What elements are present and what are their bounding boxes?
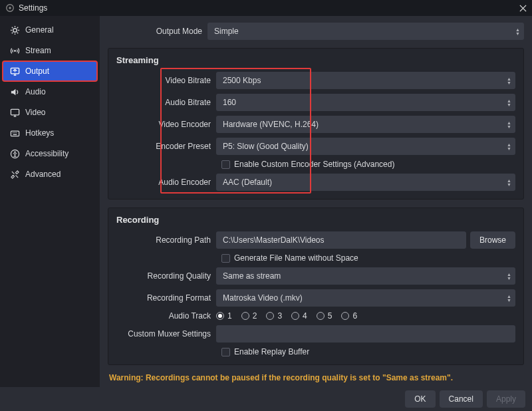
- svg-point-3: [14, 50, 16, 52]
- radio-icon: [291, 312, 299, 320]
- recording-section: Recording Recording Path C:\Users\Master…: [108, 207, 524, 365]
- audio-track-6[interactable]: 6: [341, 311, 357, 321]
- recording-title: Recording: [116, 215, 515, 225]
- radio-icon: [216, 312, 224, 320]
- track-label: 1: [227, 311, 232, 321]
- sidebar-item-output[interactable]: Output: [3, 61, 97, 81]
- video-encoder-value: Hardware (NVENC, H.264): [223, 120, 319, 129]
- track-label: 2: [253, 311, 257, 321]
- radio-icon: [317, 312, 325, 320]
- tools-icon: [9, 169, 20, 180]
- recording-format-value: Matroska Video (.mkv): [223, 293, 303, 303]
- sidebar-item-audio[interactable]: Audio: [3, 82, 97, 102]
- replay-buffer-checkbox[interactable]: [221, 348, 230, 356]
- recording-format-dropdown[interactable]: Matroska Video (.mkv) ▲▼: [216, 289, 515, 307]
- recording-quality-label: Recording Quality: [116, 271, 216, 281]
- audio-track-group: 123456: [216, 311, 357, 321]
- recording-path-input[interactable]: C:\Users\MasterDalK\Videos: [216, 231, 466, 249]
- chevron-updown-icon: ▲▼: [507, 99, 511, 106]
- custom-encoder-checkbox[interactable]: [221, 160, 230, 169]
- muxer-input[interactable]: [216, 325, 515, 342]
- audio-bitrate-dropdown[interactable]: 160 ▲▼: [216, 94, 515, 111]
- sidebar-item-label: Hotkeys: [25, 128, 54, 138]
- sidebar-item-stream[interactable]: Stream: [3, 41, 97, 61]
- no-space-checkbox[interactable]: [221, 254, 230, 263]
- track-label: 4: [303, 311, 307, 321]
- chevron-updown-icon: ▲▼: [507, 121, 511, 128]
- radio-icon: [341, 312, 349, 320]
- warning-text: Warning: Recordings cannot be paused if …: [109, 373, 524, 382]
- chevron-updown-icon: ▲▼: [507, 273, 511, 280]
- accessibility-icon: [9, 148, 20, 159]
- video-encoder-label: Video Encoder: [116, 120, 216, 129]
- audio-track-label: Audio Track: [116, 311, 216, 321]
- radio-icon: [266, 312, 274, 320]
- chevron-updown-icon: ▲▼: [507, 179, 511, 186]
- sidebar-item-general[interactable]: General: [3, 20, 97, 40]
- track-label: 3: [277, 311, 282, 321]
- sidebar-item-label: Output: [25, 67, 49, 76]
- audio-encoder-value: AAC (Default): [223, 178, 272, 187]
- output-mode-dropdown[interactable]: Simple ▲▼: [207, 23, 524, 40]
- audio-track-5[interactable]: 5: [317, 311, 332, 321]
- svg-rect-6: [11, 131, 19, 136]
- custom-encoder-label: Enable Custom Encoder Settings (Advanced…: [234, 160, 394, 169]
- sidebar-item-label: Video: [25, 108, 45, 117]
- video-bitrate-input[interactable]: 2500 Kbps ▲▼: [216, 72, 515, 89]
- apply-button[interactable]: Apply: [487, 390, 525, 408]
- spin-icon: ▲▼: [507, 77, 511, 84]
- audio-encoder-label: Audio Encoder: [116, 178, 216, 187]
- close-icon[interactable]: [517, 3, 528, 13]
- chevron-updown-icon: ▲▼: [515, 28, 520, 35]
- svg-rect-5: [11, 109, 19, 114]
- content-area: Output Mode Simple ▲▼ Streaming Video Bi…: [100, 16, 532, 387]
- streaming-section: Streaming Video Bitrate 2500 Kbps ▲▼ Aud…: [108, 48, 524, 200]
- sidebar-item-advanced[interactable]: Advanced: [3, 164, 97, 184]
- gear-icon: [9, 25, 20, 35]
- chevron-updown-icon: ▲▼: [507, 295, 511, 302]
- ok-button[interactable]: OK: [405, 390, 435, 408]
- audio-bitrate-value: 160: [223, 98, 236, 107]
- sidebar-item-accessibility[interactable]: Accessibility: [3, 144, 97, 164]
- svg-point-2: [13, 28, 17, 32]
- sidebar-item-label: Stream: [25, 46, 51, 55]
- track-label: 6: [352, 311, 357, 321]
- encoder-preset-dropdown[interactable]: P5: Slow (Good Quality) ▲▼: [216, 138, 515, 155]
- window-title: Settings: [19, 3, 47, 13]
- muxer-label: Custom Muxer Settings: [116, 329, 216, 339]
- audio-track-1[interactable]: 1: [216, 311, 232, 321]
- audio-track-4[interactable]: 4: [291, 311, 307, 321]
- output-mode-value: Simple: [214, 27, 239, 36]
- monitor-icon: [9, 107, 20, 118]
- recording-format-label: Recording Format: [116, 293, 216, 303]
- recording-quality-value: Same as stream: [223, 271, 281, 281]
- output-mode-label: Output Mode: [108, 27, 207, 36]
- sidebar-item-video[interactable]: Video: [3, 102, 97, 122]
- footer: OK Cancel Apply: [0, 387, 532, 411]
- monitor-out-icon: [9, 66, 20, 76]
- streaming-title: Streaming: [116, 55, 515, 65]
- recording-path-value: C:\Users\MasterDalK\Videos: [223, 235, 325, 245]
- video-encoder-dropdown[interactable]: Hardware (NVENC, H.264) ▲▼: [216, 116, 515, 133]
- chevron-updown-icon: ▲▼: [507, 143, 511, 150]
- recording-quality-dropdown[interactable]: Same as stream ▲▼: [216, 267, 515, 285]
- audio-encoder-dropdown[interactable]: AAC (Default) ▲▼: [216, 174, 515, 191]
- browse-button[interactable]: Browse: [470, 231, 515, 249]
- speaker-icon: [9, 86, 20, 97]
- track-label: 5: [328, 311, 332, 321]
- no-space-label: Generate File Name without Space: [234, 253, 358, 263]
- app-icon: [5, 3, 15, 13]
- sidebar-item-label: General: [25, 25, 54, 35]
- audio-track-3[interactable]: 3: [266, 311, 282, 321]
- svg-point-1: [9, 7, 11, 9]
- replay-buffer-label: Enable Replay Buffer: [234, 347, 309, 356]
- recording-path-label: Recording Path: [116, 235, 216, 245]
- sidebar-item-label: Accessibility: [25, 149, 68, 158]
- sidebar-item-hotkeys[interactable]: Hotkeys: [3, 123, 97, 143]
- sidebar-item-label: Advanced: [25, 170, 61, 179]
- audio-bitrate-label: Audio Bitrate: [116, 98, 216, 107]
- radio-icon: [241, 312, 249, 320]
- audio-track-2[interactable]: 2: [241, 311, 257, 321]
- encoder-preset-value: P5: Slow (Good Quality): [223, 142, 309, 151]
- cancel-button[interactable]: Cancel: [440, 390, 483, 408]
